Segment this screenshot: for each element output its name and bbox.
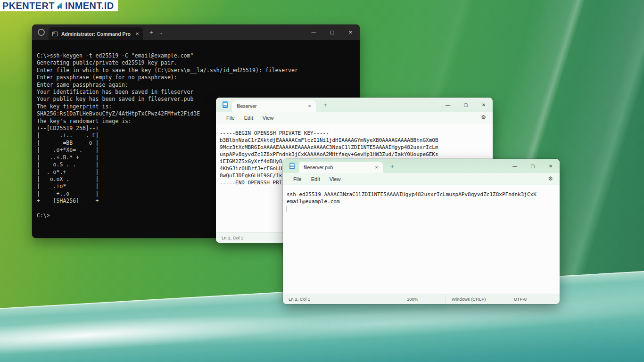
zoom-level-status: 100%	[401, 294, 446, 304]
menu-edit[interactable]: Edit	[306, 175, 325, 183]
text-line: Enter file in which to save the key (C:\…	[37, 67, 360, 74]
notepad-icon	[223, 101, 228, 108]
new-tab-button[interactable]: +	[323, 101, 327, 108]
command-prompt-icon	[52, 32, 58, 36]
notepad-tab-title: fileserver	[237, 103, 305, 109]
close-button[interactable]: ✕	[542, 159, 560, 173]
notepad-menubar: File Edit View ⚙	[283, 173, 560, 185]
notepad-window-controls: — ▢ ✕	[506, 159, 560, 173]
notepad-window-controls: — ▢ ✕	[439, 98, 493, 112]
text-line: Enter passphrase (empty for no passphras…	[37, 74, 360, 81]
notepad-titlebar[interactable]: fileserver.pub ✕ + — ▢ ✕	[283, 159, 560, 173]
notepad-tab-fileserver-pub[interactable]: fileserver.pub ✕	[299, 162, 383, 173]
notepad-statusbar: Ln 2, Col 1 100% Windows (CRLF) UTF-8	[283, 294, 560, 304]
maximize-button[interactable]: ▢	[524, 159, 542, 173]
terminal-titlebar[interactable]: Administrator: Command Pro ✕ + ⌄ — ▢ ✕	[32, 25, 360, 40]
minimize-button[interactable]: —	[439, 98, 457, 112]
site-watermark: PKENTERT INMENT.ID	[0, 0, 118, 11]
menu-view[interactable]: View	[258, 114, 279, 122]
tab-dropdown-button[interactable]: ⌄	[160, 30, 164, 35]
notepad-tab-fileserver[interactable]: fileserver ✕	[232, 100, 316, 112]
gear-icon[interactable]: ⚙	[481, 114, 486, 121]
menu-edit[interactable]: Edit	[239, 114, 258, 122]
tab-close-button[interactable]: ✕	[375, 165, 378, 170]
text-line: email@example.com	[287, 198, 560, 205]
maximize-button[interactable]: ▢	[323, 25, 341, 40]
notepad-icon	[289, 163, 295, 169]
text-line: ssh-ed25519 AAAAC3NzaC1lZDI1NTE5AAAAIHgy…	[287, 191, 560, 198]
terminal-window-controls: — ▢ ✕	[305, 25, 360, 40]
menu-file[interactable]: File	[289, 175, 306, 183]
cursor-position-status: Ln 2, Col 1	[283, 296, 401, 302]
notepad-titlebar[interactable]: fileserver ✕ + — ▢ ✕	[216, 98, 493, 112]
watermark-text-prefix: PKENTERT	[2, 0, 55, 11]
menu-view[interactable]: View	[325, 175, 346, 183]
text-line: uspAPv8qyvdZc1Z8xPFndnk3jCxKAAAAoA2MHtfa…	[220, 151, 493, 158]
tab-close-button[interactable]: ✕	[135, 32, 139, 36]
text-line: -----BEGIN OPENSSH PRIVATE KEY-----	[220, 130, 493, 137]
new-tab-button[interactable]: +	[390, 163, 394, 170]
new-tab-button[interactable]: +	[149, 29, 153, 36]
terminal-tab[interactable]: Administrator: Command Pro ✕	[49, 27, 143, 40]
notepad-window-fileserver-pub: fileserver.pub ✕ + — ▢ ✕ File Edit View …	[283, 159, 560, 304]
notepad-text-area-public-key[interactable]: ssh-ed25519 AAAAC3NzaC1lZDI1NTE5AAAAIHgy…	[283, 185, 560, 294]
menu-file[interactable]: File	[222, 114, 239, 122]
terminal-tab-title: Administrator: Command Pro	[61, 31, 132, 37]
notepad-menubar: File Edit View ⚙	[216, 112, 493, 124]
notepad-tab-title: fileserver.pub	[304, 165, 372, 170]
minimize-button[interactable]: —	[305, 25, 323, 40]
text-line: 9Mcz3tXcMBR6IoAAAAEAAAAAEAAAAzAAAAC3NzaC…	[220, 144, 493, 151]
close-button[interactable]: ✕	[341, 25, 360, 40]
text-line: Your identification has been saved in fi…	[37, 89, 360, 96]
tab-close-button[interactable]: ✕	[308, 104, 311, 108]
text-line: Generating public/private ed25519 key pa…	[37, 59, 360, 66]
encoding-status: UTF-8	[508, 294, 560, 304]
watermark-text-suffix: INMENT.ID	[65, 0, 114, 11]
line-ending-status: Windows (CRLF)	[446, 294, 508, 304]
text-line: C:\>ssh-keygen -t ed25519 -C "email@exam…	[37, 52, 360, 59]
text-line: b3BlbnNzaC1rZXktdjEAAAAACmFlczI1Ni1jdHIA…	[220, 137, 493, 144]
text-line: Enter same passphrase again:	[37, 82, 360, 89]
megaphone-icon	[56, 1, 65, 10]
text-cursor	[287, 206, 287, 212]
maximize-button[interactable]: ▢	[457, 98, 475, 112]
gear-icon[interactable]: ⚙	[548, 175, 553, 182]
desktop: PKENTERT INMENT.ID Administrator: Comman…	[0, 0, 644, 362]
close-button[interactable]: ✕	[475, 98, 493, 112]
record-circle-icon	[38, 29, 45, 36]
minimize-button[interactable]: —	[506, 159, 524, 173]
